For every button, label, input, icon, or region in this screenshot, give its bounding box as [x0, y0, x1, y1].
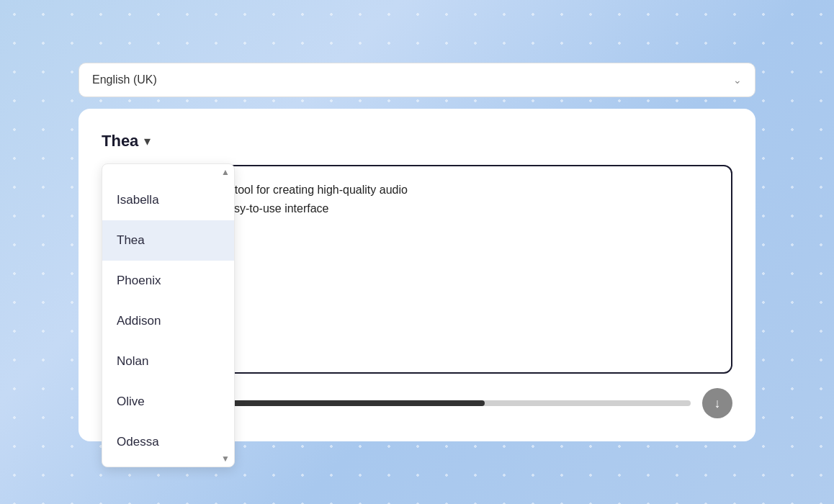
voice-name-label: Thea	[102, 132, 138, 150]
language-value: English (UK)	[92, 73, 157, 86]
main-container: English (UK) ⌄ Thea ▾ ▲ Isabella Thea Ph…	[79, 63, 755, 441]
card: Thea ▾ ▲ Isabella Thea Phoenix Addison N…	[79, 109, 755, 441]
dropdown-item-isabella[interactable]: Isabella	[102, 180, 234, 220]
scroll-up-icon: ▲	[221, 167, 230, 177]
dropdown-item-nolan[interactable]: Nolan	[102, 341, 234, 382]
dropdown-scroll[interactable]: ▲ Isabella Thea Phoenix Addison Nolan Ol…	[102, 164, 234, 467]
voice-dropdown: ▲ Isabella Thea Phoenix Addison Nolan Ol…	[102, 163, 235, 467]
language-chevron-icon: ⌄	[733, 74, 742, 86]
dropdown-item-kali[interactable]: Kali	[102, 462, 234, 467]
scroll-up-indicator: ▲	[102, 164, 234, 180]
dropdown-item-olive[interactable]: Olive	[102, 382, 234, 422]
dropdown-item-addison[interactable]: Addison	[102, 301, 234, 341]
voice-selector-row: Thea ▾ ▲ Isabella Thea Phoenix Addison N…	[102, 132, 732, 150]
dropdown-item-odessa[interactable]: Odessa	[102, 422, 234, 462]
language-selector[interactable]: English (UK) ⌄	[79, 63, 755, 97]
download-button[interactable]: ↓	[702, 388, 732, 418]
voice-dropdown-toggle[interactable]: ▾	[144, 133, 151, 149]
dropdown-item-thea[interactable]: Thea	[102, 220, 234, 261]
dropdown-item-phoenix[interactable]: Phoenix	[102, 261, 234, 301]
download-icon: ↓	[714, 396, 721, 411]
chevron-down-icon: ▾	[144, 133, 151, 149]
